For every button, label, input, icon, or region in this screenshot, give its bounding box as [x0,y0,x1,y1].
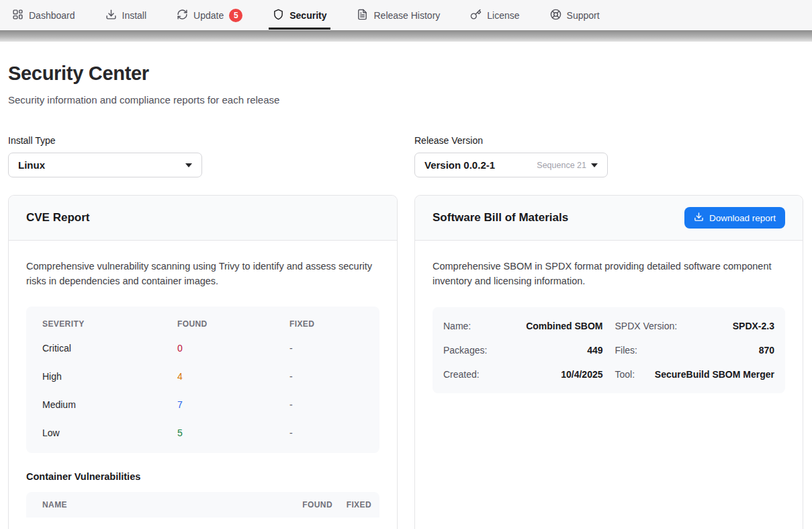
refresh-icon [177,9,188,22]
detail-value: 870 [759,345,774,356]
col-fixed: FIXED [332,500,371,510]
chevron-down-icon [591,163,598,167]
nav-item-release-history[interactable]: Release History [357,0,440,30]
download-report-label: Download report [709,213,776,223]
detail-label: SPDX Version: [615,321,678,331]
table-row: Critical 0 - [26,334,379,362]
table-row: Medium 7 - [26,391,379,419]
col-found: FOUND [177,319,289,329]
col-severity: SEVERITY [42,319,177,329]
container-vulnerabilities-header: NAME FOUND FIXED [26,492,379,518]
release-version-label: Release Version [414,135,483,146]
nav-item-label: License [487,10,519,21]
shield-icon [273,9,284,22]
detail-label: Files: [615,345,637,356]
nav-item-label: Security [289,10,326,21]
detail-value: 449 [587,345,602,356]
cve-report-description: Comprehensive vulnerability scanning usi… [26,259,377,288]
top-navigation: Dashboard Install Update 5 Security Rele… [0,0,812,30]
sbom-detail-tool: Tool: SecureBuild SBOM Merger [615,362,775,386]
sbom-detail-files: Files: 870 [615,338,775,362]
download-icon [105,9,117,22]
sbom-header: Software Bill of Materials Download repo… [415,196,803,241]
table-row: High 4 - [26,362,379,391]
file-text-icon [357,9,368,22]
detail-value: SecureBuild SBOM Merger [655,369,774,380]
col-fixed: FIXED [289,319,363,329]
release-version-select[interactable]: Version 0.0.2-1 Sequence 21 [414,153,608,177]
sbom-title: Software Bill of Materials [433,211,568,225]
sbom-details: Name: Combined SBOM SPDX Version: SPDX-2… [433,307,785,393]
severity-fixed-count: - [289,371,363,382]
severity-fixed-count: - [289,343,363,354]
sbom-description: Comprehensive SBOM in SPDX format provid… [433,259,776,288]
nav-item-dashboard[interactable]: Dashboard [12,0,75,30]
detail-label: Packages: [443,345,487,356]
key-icon [470,9,482,22]
nav-item-label: Update [193,10,224,21]
install-type-label: Install Type [8,135,56,146]
col-found: FOUND [291,500,332,510]
severity-found-count: 7 [177,399,289,410]
nav-item-label: Support [567,10,600,21]
cve-report-header: CVE Report [9,196,397,241]
sbom-detail-created: Created: 10/4/2025 [443,362,603,386]
sbom-detail-packages: Packages: 449 [443,338,603,362]
release-version-value: Version 0.0.2-1 [424,159,537,171]
chevron-down-icon [185,163,192,167]
cve-report-body: Comprehensive vulnerability scanning usi… [9,241,397,529]
dashboard-icon [12,9,24,22]
install-type-select[interactable]: Linux [8,153,202,177]
nav-item-label: Install [122,10,147,21]
col-name: NAME [42,500,291,510]
severity-name: High [42,371,177,382]
detail-value: 10/4/2025 [561,369,602,380]
table-row: Low 5 - [26,419,379,447]
nav-item-install[interactable]: Install [105,0,147,30]
update-count-badge: 5 [229,9,242,22]
nav-shadow-band [0,30,812,42]
install-type-value: Linux [18,159,185,171]
cve-report-title: CVE Report [26,211,89,225]
nav-item-update[interactable]: Update 5 [177,0,242,30]
release-sequence-text: Sequence 21 [537,161,586,170]
severity-found-count: 0 [177,343,289,354]
cve-report-card: CVE Report Comprehensive vulnerability s… [8,195,398,529]
life-buoy-icon [550,9,561,22]
sbom-card: Software Bill of Materials Download repo… [414,195,803,529]
download-icon [694,212,704,224]
severity-name: Low [42,428,177,438]
nav-item-label: Dashboard [29,10,75,21]
nav-item-support[interactable]: Support [550,0,600,30]
nav-item-security[interactable]: Security [273,0,326,30]
detail-label: Name: [443,321,471,331]
severity-name: Medium [42,399,177,410]
detail-label: Created: [443,369,480,380]
sbom-body: Comprehensive SBOM in SPDX format provid… [415,241,803,412]
severity-name: Critical [42,343,177,354]
severity-table: SEVERITY FOUND FIXED Critical 0 - High 4… [26,307,379,453]
severity-table-header: SEVERITY FOUND FIXED [26,311,379,334]
container-vulnerabilities-title: Container Vulnerabilities [26,471,379,482]
severity-fixed-count: - [289,399,363,410]
sbom-detail-name: Name: Combined SBOM [443,314,603,338]
detail-value: Combined SBOM [526,321,602,331]
download-report-button[interactable]: Download report [684,207,785,229]
page-title: Security Center [8,63,149,85]
severity-found-count: 5 [177,428,289,438]
nav-item-label: Release History [373,10,440,21]
severity-fixed-count: - [289,428,363,438]
detail-value: SPDX-2.3 [733,321,774,331]
detail-label: Tool: [615,369,635,380]
sbom-detail-spdx-version: SPDX Version: SPDX-2.3 [615,314,775,338]
nav-item-license[interactable]: License [470,0,519,30]
page-subtitle: Security information and compliance repo… [8,94,279,106]
severity-found-count: 4 [177,371,289,382]
